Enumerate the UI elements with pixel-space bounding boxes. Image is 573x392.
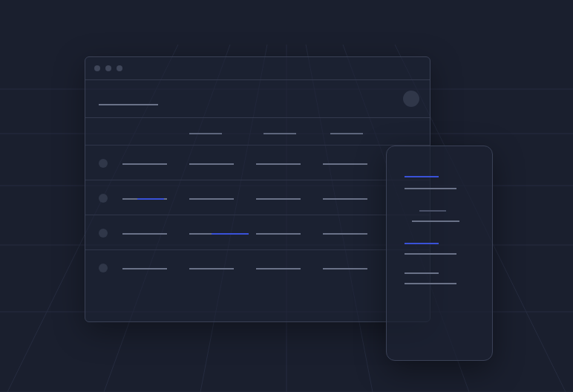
phone-line	[405, 272, 439, 274]
cell-placeholder	[323, 233, 367, 235]
column-header-placeholder	[189, 133, 222, 134]
phone-line	[412, 220, 459, 222]
mobile-device	[386, 146, 493, 361]
phone-line	[405, 283, 456, 284]
table-column-headers	[85, 118, 430, 145]
cell-placeholder	[189, 163, 234, 165]
page-title-placeholder	[99, 104, 158, 105]
cell-placeholder	[256, 198, 301, 200]
traffic-light-icon	[94, 65, 100, 71]
cell-placeholder	[323, 268, 367, 270]
cell-placeholder	[189, 198, 234, 200]
phone-line-accent	[405, 243, 439, 244]
cell-placeholder	[256, 233, 301, 235]
table-row	[85, 249, 430, 284]
desktop-window	[85, 56, 430, 322]
cell-placeholder	[323, 198, 367, 200]
illustration-stage	[0, 0, 573, 392]
cell-placeholder	[189, 268, 234, 270]
phone-line	[419, 210, 446, 212]
cell-placeholder	[256, 163, 301, 165]
row-marker-icon	[99, 159, 108, 168]
phone-line	[405, 188, 456, 189]
avatar	[403, 91, 419, 107]
phone-line-accent	[405, 176, 439, 177]
column-header-placeholder	[330, 133, 363, 134]
traffic-light-icon	[117, 65, 122, 71]
column-header-placeholder	[263, 133, 296, 134]
table-row	[85, 215, 430, 249]
traffic-light-icon	[105, 65, 111, 71]
cell-placeholder	[122, 233, 167, 235]
window-header	[85, 80, 430, 118]
row-marker-icon	[99, 194, 108, 203]
window-titlebar	[85, 57, 430, 80]
cell-placeholder	[122, 268, 167, 270]
phone-line	[405, 253, 456, 255]
cell-placeholder	[256, 268, 301, 270]
table-body	[85, 145, 430, 284]
table-row	[85, 145, 430, 180]
cell-accent-placeholder	[137, 198, 164, 200]
table-row	[85, 180, 430, 215]
cell-placeholder	[323, 163, 367, 165]
cell-placeholder	[122, 163, 167, 165]
cell-accent-placeholder	[212, 233, 249, 235]
row-marker-icon	[99, 229, 108, 238]
row-marker-icon	[99, 264, 108, 272]
